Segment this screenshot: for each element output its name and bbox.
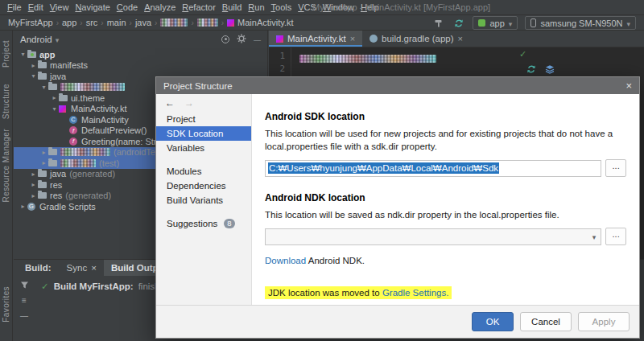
tree-item-label: MainActivity: [81, 115, 129, 125]
menu-analyze[interactable]: Analyze: [141, 2, 179, 12]
redacted-package-name: [60, 159, 96, 167]
close-icon[interactable]: [91, 263, 97, 273]
close-icon[interactable]: [458, 35, 463, 43]
ndk-path-combo[interactable]: [265, 228, 601, 245]
tree-item-app[interactable]: app: [14, 49, 267, 60]
filter-icon[interactable]: [20, 281, 29, 290]
forward-arrow-icon[interactable]: [184, 97, 194, 109]
redacted-package-name: [60, 83, 125, 91]
chevron-right-icon[interactable]: [29, 192, 38, 199]
tree-item-label: res: [50, 180, 62, 190]
chevron-right-icon[interactable]: [29, 62, 38, 69]
chevron-right-icon[interactable]: [50, 94, 59, 101]
sidebar-item-suggestions[interactable]: Suggestions 8: [156, 216, 251, 231]
chevron-right-icon[interactable]: [39, 159, 48, 166]
tab-mainactivity-kt[interactable]: MainActivity.kt: [269, 31, 362, 47]
locate-file-icon[interactable]: [221, 35, 229, 43]
apply-button[interactable]: Apply: [578, 312, 630, 331]
phone-icon: [530, 18, 536, 27]
ndk-browse-button[interactable]: ...: [605, 228, 626, 245]
sidebar-item-modules[interactable]: Modules: [156, 164, 251, 179]
menu-refactor[interactable]: Refactor: [179, 2, 219, 12]
tree-item-label: DefaultPreview(): [81, 125, 147, 135]
menu-navigate[interactable]: Navigate: [72, 2, 113, 12]
collapse-all-icon[interactable]: —: [20, 312, 28, 320]
menu-tools[interactable]: Tools: [268, 2, 295, 12]
tool-button-project[interactable]: Project: [2, 40, 10, 68]
hide-panel-icon[interactable]: [254, 35, 261, 44]
sdk-path-field[interactable]: C:₩Users₩hyunjung₩AppData₩Local₩Android₩…: [265, 160, 601, 177]
breadcrumb-separator-icon: [130, 18, 132, 27]
tree-item-label: java: [50, 72, 66, 81]
sidebar-item-dependencies[interactable]: Dependencies: [156, 179, 251, 193]
device-select[interactable]: samsung SM-N950N: [525, 16, 636, 30]
download-ndk-link[interactable]: Download: [265, 256, 306, 265]
breadcrumb-current-file[interactable]: MainActivity.kt: [227, 18, 293, 27]
chevron-down-icon[interactable]: [19, 51, 27, 58]
gradle-sync-icon[interactable]: [452, 17, 465, 30]
chevron-right-icon[interactable]: [19, 203, 27, 210]
menu-run[interactable]: Run: [245, 2, 267, 12]
menu-code[interactable]: Code: [114, 2, 141, 12]
breadcrumb-java[interactable]: java: [135, 18, 151, 27]
build-hammer-icon[interactable]: [432, 17, 445, 30]
close-icon[interactable]: [350, 35, 355, 43]
tool-button-resource-manager[interactable]: Resource Manager: [2, 129, 10, 202]
chevron-down-icon[interactable]: [29, 72, 38, 80]
run-configuration-select[interactable]: app: [473, 16, 518, 30]
cancel-button[interactable]: Cancel: [520, 312, 572, 331]
chevron-down-icon[interactable]: [50, 105, 59, 113]
menu-edit[interactable]: Edit: [25, 2, 47, 12]
breadcrumb-app[interactable]: app: [62, 18, 76, 27]
ok-button[interactable]: OK: [472, 312, 514, 331]
package-icon: [59, 95, 71, 101]
gradle-sync-icon[interactable]: [526, 64, 536, 76]
breadcrumb-project[interactable]: MyFirstApp: [8, 18, 53, 27]
sdk-location-page: Android SDK location This location will …: [251, 94, 639, 305]
folder-icon: [38, 192, 50, 199]
sidebar-item-build-variants[interactable]: Build Variants: [156, 193, 251, 207]
line-number: 2: [269, 63, 285, 76]
jdk-note-text: JDK location was moved to: [268, 288, 382, 298]
chevron-down-icon[interactable]: [39, 84, 48, 91]
tab-sync[interactable]: Sync: [60, 260, 104, 276]
run-configuration-label: app: [489, 18, 504, 28]
sidebar-item-variables[interactable]: Variables: [156, 141, 251, 155]
code-area[interactable]: [299, 52, 644, 64]
gradle-settings-link[interactable]: Gradle Settings.: [382, 288, 448, 298]
project-view-select[interactable]: Android: [20, 35, 52, 44]
tree-item-label: app: [39, 50, 56, 60]
layers-icon[interactable]: [545, 64, 555, 76]
sidebar-item-label: Suggestions: [167, 219, 217, 228]
folder-icon: [38, 182, 50, 188]
folder-icon: [38, 170, 50, 177]
back-arrow-icon[interactable]: [165, 97, 175, 109]
package-icon: [48, 160, 60, 166]
chevron-right-icon[interactable]: [29, 170, 38, 178]
build-success-icon: [41, 281, 49, 292]
breadcrumb-main[interactable]: main: [107, 18, 126, 27]
sdk-browse-button[interactable]: ...: [605, 159, 626, 177]
settings-gear-icon[interactable]: [237, 34, 246, 45]
tool-button-favorites[interactable]: Favorites: [2, 286, 10, 323]
breadcrumb-src[interactable]: src: [86, 18, 98, 27]
sidebar-item-project[interactable]: Project: [156, 112, 251, 126]
close-icon[interactable]: [625, 80, 632, 91]
sidebar-item-sdk-location[interactable]: SDK Location: [156, 126, 251, 141]
menu-view[interactable]: View: [47, 2, 72, 12]
chevron-right-icon[interactable]: [29, 181, 38, 188]
expand-all-icon[interactable]: ≡: [22, 297, 27, 305]
tab-build-gradle[interactable]: build.gradle (app): [362, 31, 470, 47]
function-icon: [69, 138, 81, 146]
folder-icon: [38, 73, 50, 80]
menu-build[interactable]: Build: [219, 2, 245, 12]
tree-item-manifests[interactable]: manifests: [14, 60, 267, 72]
dialog-title: Project Structure: [163, 81, 233, 91]
dialog-titlebar[interactable]: Project Structure: [156, 77, 639, 94]
menu-file[interactable]: File: [4, 2, 25, 12]
app-module-icon: [478, 19, 485, 27]
kotlin-file-icon: [227, 19, 234, 27]
chevron-right-icon[interactable]: [39, 149, 48, 156]
inspections-ok-icon[interactable]: [519, 49, 526, 60]
tool-button-structure[interactable]: Structure: [2, 84, 10, 119]
